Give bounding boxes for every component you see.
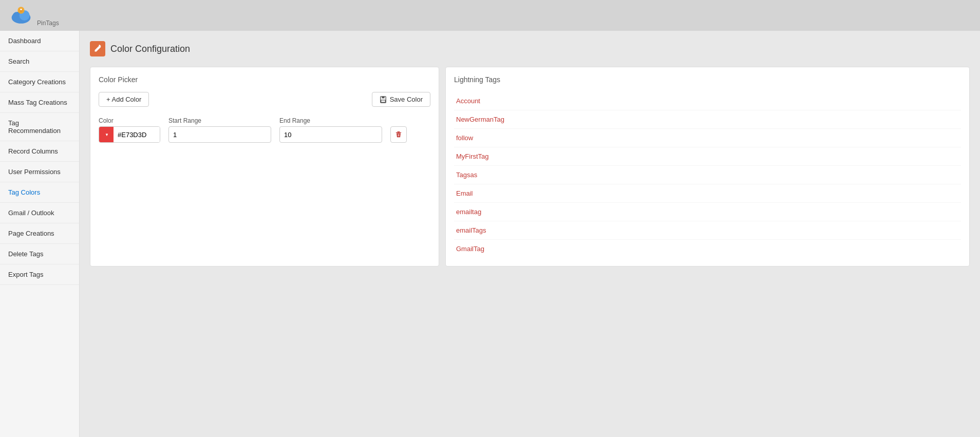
tag-item[interactable]: emailTags (454, 221, 961, 240)
tag-item[interactable]: Email (454, 184, 961, 203)
tag-item[interactable]: emailtag (454, 203, 961, 221)
color-group: Color ▼ (99, 117, 160, 143)
save-icon (380, 96, 387, 103)
save-color-button[interactable]: Save Color (372, 92, 430, 107)
sidebar-item-mass-tag-creations[interactable]: Mass Tag Creations (0, 92, 79, 113)
svg-rect-6 (382, 96, 384, 98)
start-range-group: Start Range (168, 117, 271, 143)
tags-list: AccountNewGermanTagfollowMyFirstTagTagsa… (454, 92, 961, 258)
swatch-arrow: ▼ (105, 132, 109, 137)
main-layout: DashboardSearchCategory CreationsMass Ta… (0, 31, 980, 437)
page-header-icon (90, 41, 105, 56)
color-row: Color ▼ Start Range (99, 117, 430, 143)
svg-rect-7 (381, 100, 385, 102)
color-hex-input[interactable] (114, 127, 160, 142)
sidebar: DashboardSearchCategory CreationsMass Ta… (0, 31, 80, 437)
sidebar-item-dashboard[interactable]: Dashboard (0, 31, 79, 51)
color-picker-title: Color Picker (99, 75, 430, 84)
color-picker-toolbar: + Add Color Save Color (99, 92, 430, 107)
add-color-button[interactable]: + Add Color (99, 92, 149, 107)
tag-item[interactable]: NewGermanTag (454, 110, 961, 129)
svg-rect-9 (396, 132, 402, 133)
end-range-input[interactable] (279, 126, 382, 143)
app-name: PinTags (37, 20, 59, 27)
start-range-input[interactable] (168, 126, 271, 143)
svg-rect-8 (397, 131, 400, 132)
top-bar: PinTags (0, 0, 980, 31)
sidebar-item-delete-tags[interactable]: Delete Tags (0, 244, 79, 264)
color-label: Color (99, 117, 160, 124)
sidebar-item-page-creations[interactable]: Page Creations (0, 223, 79, 244)
start-range-label: Start Range (168, 117, 271, 124)
sidebar-item-tag-colors[interactable]: Tag Colors (0, 182, 79, 203)
tag-item[interactable]: Account (454, 92, 961, 110)
tag-item[interactable]: MyFirstTag (454, 147, 961, 166)
sidebar-item-category-creations[interactable]: Category Creations (0, 72, 79, 92)
color-input-container: ▼ (99, 126, 160, 143)
content-area: Color Configuration Color Picker + Add C… (80, 31, 980, 437)
panels: Color Picker + Add Color Save Color (90, 67, 970, 267)
tag-item[interactable]: follow (454, 129, 961, 147)
sidebar-item-search[interactable]: Search (0, 51, 79, 72)
page-title: Color Configuration (110, 44, 190, 54)
end-range-group: End Range (279, 117, 382, 143)
tag-item[interactable]: Tagsas (454, 166, 961, 184)
delete-color-button[interactable] (390, 126, 407, 143)
color-picker-panel: Color Picker + Add Color Save Color (90, 67, 439, 267)
page-header: Color Configuration (90, 41, 970, 56)
lightning-tags-panel: Lightning Tags AccountNewGermanTagfollow… (445, 67, 970, 267)
trash-icon (395, 131, 402, 138)
color-swatch[interactable]: ▼ (99, 127, 114, 142)
sidebar-item-export-tags[interactable]: Export Tags (0, 264, 79, 285)
end-range-label: End Range (279, 117, 382, 124)
tag-item[interactable]: GmailTag (454, 240, 961, 258)
sidebar-item-gmail-outlook[interactable]: Gmail / Outlook (0, 203, 79, 223)
svg-point-4 (20, 9, 22, 10)
sidebar-item-record-columns[interactable]: Record Columns (0, 141, 79, 162)
sidebar-item-tag-recommendation[interactable]: Tag Recommendation (0, 113, 79, 141)
sidebar-item-user-permissions[interactable]: User Permissions (0, 162, 79, 182)
logo-icon (8, 3, 34, 28)
edit-icon (93, 45, 102, 53)
lightning-tags-title: Lightning Tags (454, 75, 961, 84)
logo: PinTags (8, 3, 59, 28)
